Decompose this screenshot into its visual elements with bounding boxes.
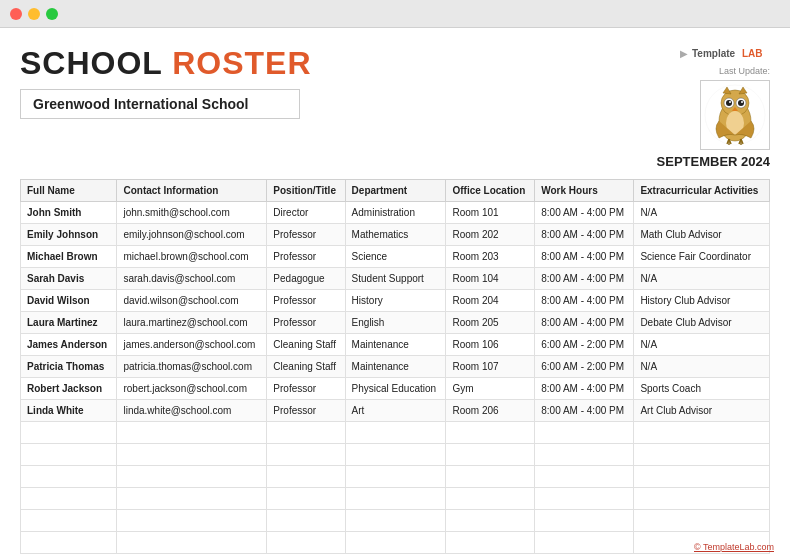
table-row: David Wilsondavid.wilson@school.comProfe… bbox=[21, 290, 770, 312]
school-name-box: Greenwood International School bbox=[20, 89, 300, 119]
header-area: SCHOOL ROSTER Greenwood International Sc… bbox=[20, 46, 770, 169]
col-hours: Work Hours bbox=[535, 180, 634, 202]
svg-text:LAB: LAB bbox=[742, 48, 763, 59]
table-row: Patricia Thomaspatricia.thomas@school.co… bbox=[21, 356, 770, 378]
svg-point-10 bbox=[738, 100, 744, 106]
svg-marker-6 bbox=[739, 87, 747, 94]
footer-link[interactable]: © TemplateLab.com bbox=[694, 542, 774, 552]
table-empty-row bbox=[21, 466, 770, 488]
maximize-dot[interactable] bbox=[46, 8, 58, 20]
title-roster-word: ROSTER bbox=[172, 45, 311, 81]
table-row: Robert Jacksonrobert.jackson@school.comP… bbox=[21, 378, 770, 400]
svg-text:Template: Template bbox=[692, 48, 736, 59]
table-empty-row bbox=[21, 510, 770, 532]
last-update-label: Last Update: bbox=[719, 66, 770, 76]
svg-point-9 bbox=[726, 100, 732, 106]
table-row: Emily Johnsonemily.johnson@school.comPro… bbox=[21, 224, 770, 246]
main-content: SCHOOL ROSTER Greenwood International Sc… bbox=[0, 28, 790, 558]
right-header: ▶ Template LAB Last Update: bbox=[657, 46, 770, 169]
templatelab-logo: ▶ Template LAB bbox=[680, 46, 770, 62]
table-row: Linda Whitelinda.white@school.comProfess… bbox=[21, 400, 770, 422]
table-empty-row bbox=[21, 488, 770, 510]
minimize-dot[interactable] bbox=[28, 8, 40, 20]
table-header-row: Full Name Contact Information Position/T… bbox=[21, 180, 770, 202]
svg-text:▶: ▶ bbox=[680, 48, 688, 59]
title-section: SCHOOL ROSTER Greenwood International Sc… bbox=[20, 46, 312, 119]
title-school: SCHOOL bbox=[20, 45, 162, 81]
table-container: Full Name Contact Information Position/T… bbox=[20, 179, 770, 554]
roster-table: Full Name Contact Information Position/T… bbox=[20, 179, 770, 554]
table-empty-row bbox=[21, 444, 770, 466]
col-department: Department bbox=[345, 180, 446, 202]
col-position: Position/Title bbox=[267, 180, 345, 202]
table-row: John Smithjohn.smith@school.comDirectorA… bbox=[21, 202, 770, 224]
table-row: Michael Brownmichael.brown@school.comPro… bbox=[21, 246, 770, 268]
table-row: James Andersonjames.anderson@school.comC… bbox=[21, 334, 770, 356]
date-display: SEPTEMBER 2024 bbox=[657, 154, 770, 169]
svg-marker-5 bbox=[723, 87, 731, 94]
svg-point-11 bbox=[729, 101, 731, 103]
school-name: Greenwood International School bbox=[33, 96, 248, 112]
col-contact: Contact Information bbox=[117, 180, 267, 202]
page-title: SCHOOL ROSTER bbox=[20, 46, 312, 81]
table-row: Sarah Davissarah.davis@school.comPedagog… bbox=[21, 268, 770, 290]
table-empty-row bbox=[21, 532, 770, 554]
table-row: Laura Martinezlaura.martinez@school.comP… bbox=[21, 312, 770, 334]
window-bar bbox=[0, 0, 790, 28]
owl-logo bbox=[700, 80, 770, 150]
col-activities: Extracurricular Activities bbox=[634, 180, 770, 202]
col-fullname: Full Name bbox=[21, 180, 117, 202]
col-office: Office Location bbox=[446, 180, 535, 202]
table-empty-row bbox=[21, 422, 770, 444]
close-dot[interactable] bbox=[10, 8, 22, 20]
svg-point-12 bbox=[741, 101, 743, 103]
